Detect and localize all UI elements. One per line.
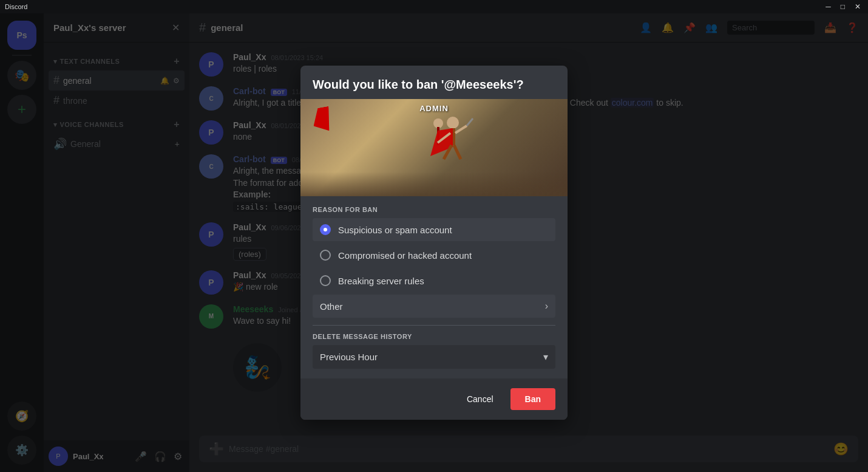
modal-body: REASON FOR BAN Suspicious or spam accoun… [300,196,568,378]
delete-history-label: DELETE MESSAGE HISTORY [313,333,555,340]
modal-overlay: Would you like to ban '@Meeseeks'? [0,13,868,472]
reason-for-ban-label: REASON FOR BAN [313,206,555,213]
cancel-button[interactable]: Cancel [457,389,503,409]
modal-divider [313,325,555,326]
delete-history-value: Previous Hour [320,352,378,362]
svg-line-5 [467,118,473,126]
dropdown-arrow-icon: ▾ [543,351,548,363]
gif-cape [311,106,333,134]
minimize-button[interactable]: ─ [823,2,833,11]
reason-other[interactable]: Other › [313,295,555,318]
radio-compromised-hacked[interactable] [320,250,331,261]
app-title: Discord [5,3,823,10]
titlebar: Discord ─ □ ✕ [0,0,868,13]
reason-suspicious-spam[interactable]: Suspicious or spam account [313,218,555,241]
ban-modal: Would you like to ban '@Meeseeks'? [300,66,568,420]
other-label: Other [320,301,343,312]
ban-button[interactable]: Ban [510,388,555,410]
other-chevron-icon: › [545,301,548,312]
gif-background: ADMIN [300,99,568,196]
delete-history-dropdown[interactable]: Previous Hour ▾ [313,345,555,369]
modal-title: Would you like to ban '@Meeseeks'? [313,78,555,92]
radio-suspicious-spam[interactable] [320,224,331,235]
reason-breaking-rules-label: Breaking server rules [338,276,424,286]
reason-breaking-rules[interactable]: Breaking server rules [313,269,555,292]
svg-point-0 [447,117,459,129]
svg-line-7 [454,145,461,159]
maximize-button[interactable]: □ [838,2,847,11]
reason-suspicious-spam-label: Suspicious or spam account [338,225,452,235]
modal-gif: ADMIN [300,99,568,196]
modal-footer: Cancel Ban [300,378,568,420]
window-controls: ─ □ ✕ [823,2,863,11]
gif-admin-label: ADMIN [419,104,449,113]
modal-header: Would you like to ban '@Meeseeks'? [300,66,568,99]
reason-compromised-hacked[interactable]: Compromised or hacked account [313,244,555,267]
reason-compromised-label: Compromised or hacked account [338,250,472,261]
warrior-svg [419,114,474,186]
radio-breaking-rules[interactable] [320,275,331,286]
close-button[interactable]: ✕ [852,2,863,11]
